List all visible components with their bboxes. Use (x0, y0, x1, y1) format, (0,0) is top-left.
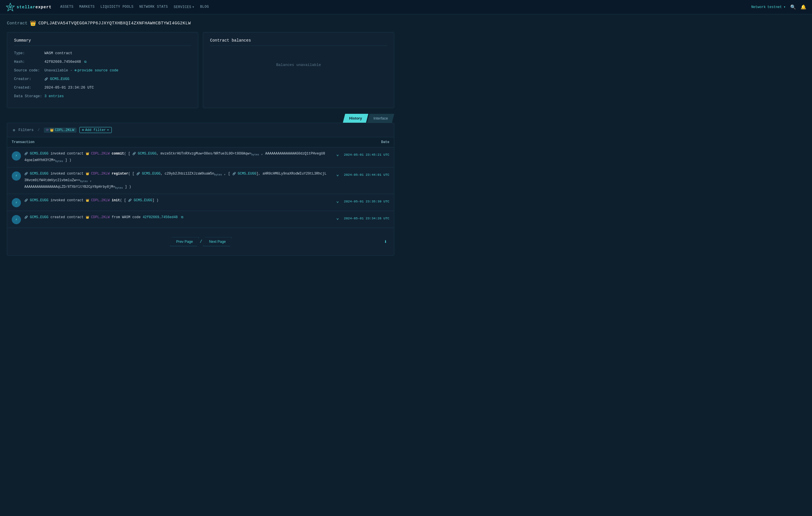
copy-hash-icon[interactable]: ⧉ (84, 60, 87, 64)
tx-text: 🔗 GCMS…EUGG invoked contract 👑 CDPL…2KLW… (24, 151, 327, 164)
provide-source-link[interactable]: ⊕ provide source code (75, 67, 118, 73)
filter-bar: ⚙ Filters / ⟳ 👑 CDPL…2KLW ⊕ Add filter ▾ (7, 123, 394, 137)
nav-network-stats[interactable]: NETWORK STATS (139, 4, 168, 10)
storage-label: Data Storage: (14, 93, 43, 99)
creator-label: Creator: (14, 76, 43, 82)
tx-text: 🔗 GCMS…EUGG created contract 👑 CDPL…2KLW… (24, 214, 327, 220)
filter-chip[interactable]: ⟳ 👑 CDPL…2KLW (44, 128, 77, 133)
tx-cell: ⚡ 🔗 GCMS…EUGG invoked contract 👑 CDPL…2K… (7, 147, 331, 167)
summary-hash-row: Hash: 42f02669…7456ed48 ⧉ (14, 59, 191, 65)
nav-assets[interactable]: ASSETS (60, 4, 74, 10)
storage-link[interactable]: 3 entries (45, 94, 64, 98)
next-page-button[interactable]: Next Page (203, 237, 232, 246)
actor-icon: 🔗 (24, 172, 28, 175)
download-icon[interactable]: ⬇ (384, 239, 387, 245)
tx-icon-wrap: ⚡ 🔗 GCMS…EUGG invoked contract 👑 CDPL…2K… (12, 151, 327, 164)
summary-created-row: Created: 2024-05-01 23:34:26 UTC (14, 85, 191, 90)
tx-icon-wrap: ⚡ 🔗 GCMS…EUGG invoked contract 👑 CDPL…2K… (12, 171, 327, 190)
expand-icon[interactable]: ⌄ (336, 172, 339, 177)
nav-services[interactable]: SERVICES▾ (174, 4, 194, 10)
tx-date-cell: ⌄ 2024-05-01 23:35:39 UTC (331, 194, 394, 211)
add-filter-button[interactable]: ⊕ Add filter ▾ (79, 127, 112, 133)
logo[interactable]: stellarexpert (6, 3, 52, 12)
tx-text: 🔗 GCMS…EUGG invoked contract 👑 CDPL…2KLW… (24, 197, 327, 203)
search-icon[interactable]: 🔍 (790, 4, 796, 10)
tx-lightning-icon: ⚡ (12, 171, 21, 181)
expand-icon[interactable]: ⌄ (336, 152, 339, 157)
filter-icon: ⚙ (13, 128, 15, 132)
summary-type-row: Type: WASM contract (14, 51, 191, 56)
tx-date-cell: ⌄ 2024-05-01 23:34:26 UTC (331, 211, 394, 228)
contract-icon: 👑 (30, 20, 36, 26)
nav-blog[interactable]: BLOG (200, 4, 209, 10)
pagination-buttons: Prev Page / Next Page (166, 233, 235, 251)
created-value: 2024-05-01 23:34:26 UTC (45, 85, 94, 90)
tx-date: 2024-05-01 23:45:21 UTC (344, 153, 389, 157)
actor-link[interactable]: GCMS…EUGG (30, 198, 49, 202)
tab-history[interactable]: History (343, 114, 369, 123)
table-row: ⚡ 🔗 GCMS…EUGG invoked contract 👑 CDPL…2K… (7, 147, 394, 167)
table-row: ⚡ 🔗 GCMS…EUGG invoked contract 👑 CDPL…2K… (7, 167, 394, 194)
filter-chip-text: CDPL…2KLW (55, 128, 75, 132)
storage-value: 3 entries (45, 93, 64, 99)
summary-title: Summary (14, 38, 191, 46)
tabs-bar: History Interface (7, 114, 394, 123)
network-selector[interactable]: Network testnet ▾ (751, 5, 786, 9)
actor-icon: 🔗 (24, 199, 28, 202)
actor-link[interactable]: GCMS…EUGG (30, 152, 49, 156)
tx-icon-wrap: ⚡ 🔗 GCMS…EUGG created contract 👑 CDPL…2K… (12, 214, 327, 224)
actor-link[interactable]: GCMS…EUGG (30, 215, 49, 219)
filter-chip-contract-icon: 👑 (50, 128, 54, 132)
tx-date: 2024-05-01 23:34:26 UTC (344, 216, 389, 220)
hash-label: Hash: (14, 59, 43, 65)
page-title: Contract 👑 CDPLJAEVA54TVQEGOA7PP6JJXYQTX… (7, 20, 394, 26)
contract-icon: 👑 (86, 172, 89, 175)
prev-page-button[interactable]: Prev Page (170, 237, 199, 246)
page-separator: / (198, 239, 204, 244)
expand-icon[interactable]: ⌄ (336, 199, 339, 204)
copy-wasm-icon[interactable]: ⧉ (181, 216, 183, 219)
notification-icon[interactable]: 🔔 (801, 4, 806, 10)
contract-icon: 👑 (86, 152, 89, 155)
expand-icon[interactable]: ⌄ (336, 216, 339, 221)
nav-liquidity-pools[interactable]: LIQUIDITY POOLS (100, 4, 134, 10)
stellar-logo-icon (6, 3, 15, 12)
contract-link[interactable]: CDPL…2KLW (91, 152, 110, 156)
param-icon: 🔗 (133, 152, 136, 155)
creator-value: 🔗 GCMS…EUGG (45, 76, 69, 82)
pagination: Prev Page / Next Page ⬇ (7, 228, 394, 255)
summary-source-row: Source code: Unavailable - ⊕ provide sou… (14, 67, 191, 73)
tx-lightning-icon: ⚡ (12, 215, 21, 224)
tx-date-cell: ⌄ 2024-05-01 23:44:01 UTC (331, 167, 394, 194)
chevron-down-icon: ▾ (784, 5, 786, 9)
created-label: Created: (14, 85, 43, 90)
tx-lightning-icon: ⚡ (12, 152, 21, 161)
nav-markets[interactable]: MARKETS (79, 4, 94, 10)
tx-cell: ⚡ 🔗 GCMS…EUGG invoked contract 👑 CDPL…2K… (7, 194, 331, 211)
add-filter-label: Add filter (85, 128, 106, 132)
creator-link[interactable]: GCMS…EUGG (50, 77, 69, 81)
filter-chip-icon: ⟳ (46, 128, 49, 132)
balances-unavailable: Balances unavailable (210, 51, 387, 79)
type-label: Type: (14, 51, 43, 56)
contract-icon: 👑 (86, 199, 89, 202)
breadcrumb-label: Contract (7, 21, 28, 26)
contract-link[interactable]: CDPL…2KLW (91, 198, 110, 202)
actor-link[interactable]: GCMS…EUGG (30, 172, 49, 176)
table-header: Transaction Date (7, 137, 394, 147)
tab-interface[interactable]: Interface (367, 114, 394, 123)
network-label: Network (751, 5, 765, 9)
contract-link[interactable]: CDPL…2KLW (91, 172, 110, 176)
hash-value: 42f02669…7456ed48 ⧉ (45, 59, 87, 65)
svg-point-1 (9, 6, 11, 8)
tx-cell: ⚡ 🔗 GCMS…EUGG created contract 👑 CDPL…2K… (7, 211, 331, 228)
transactions-panel: ⚙ Filters / ⟳ 👑 CDPL…2KLW ⊕ Add filter ▾… (7, 123, 394, 256)
contract-link[interactable]: CDPL…2KLW (91, 215, 110, 219)
add-filter-chevron: ▾ (107, 128, 109, 132)
page-content: Contract 👑 CDPLJAEVA54TVQEGOA7PP6JJXYQTX… (0, 14, 401, 262)
summary-card: Summary Type: WASM contract Hash: 42f026… (7, 32, 198, 108)
cards-row: Summary Type: WASM contract Hash: 42f026… (7, 32, 394, 108)
filter-separator: / (37, 128, 40, 132)
contract-address: CDPLJAEVA54TVQEGOA7PP6JJXYQTXHBXQI4ZXNFH… (38, 21, 191, 26)
tx-date: 2024-05-01 23:44:01 UTC (344, 173, 389, 176)
